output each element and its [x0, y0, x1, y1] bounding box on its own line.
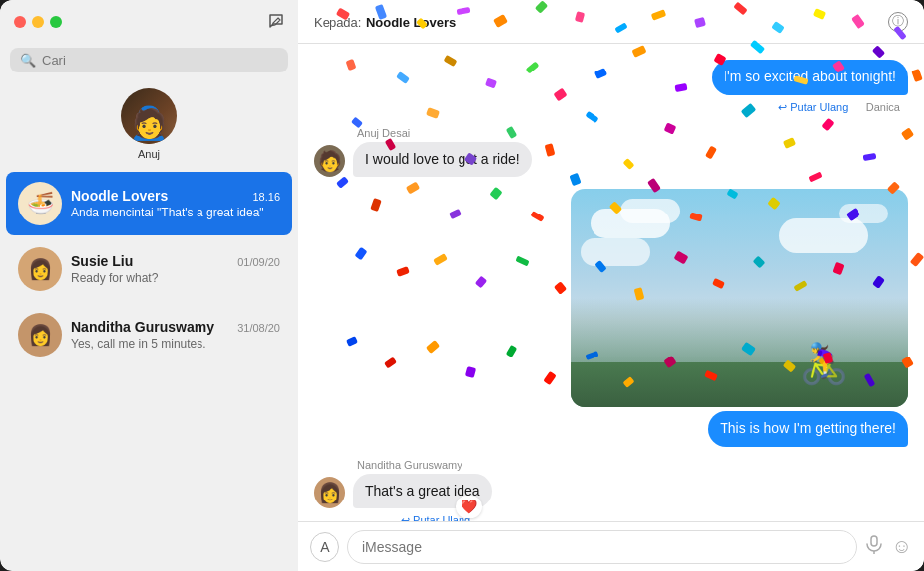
conv-time-nanditha: 31/08/20 — [237, 322, 280, 334]
sender-anuj-label: Anuj Desai — [357, 127, 908, 139]
conv-content-nanditha: Nanditha Guruswamy 31/08/20 Yes, call me… — [71, 319, 280, 351]
avatar-nanditha-msg: 👩 — [314, 477, 345, 508]
msg-group-photo: 🚴‍♀️ This is how I'm getting there! — [314, 189, 908, 447]
conv-name-susie: Susie Liu — [71, 253, 133, 269]
chat-messages: I'm so excited about tonight! ↩ Putar Ul… — [298, 44, 924, 521]
bubble-ride: I would love to get a ride! — [353, 142, 532, 178]
app-store-button[interactable]: A — [310, 532, 339, 562]
avatar-noodle-lovers: 🍜 — [18, 182, 62, 225]
conv-content-noodle: Noodle Lovers 18.16 Anda mencintai "That… — [71, 188, 280, 219]
avatar-anuj-msg: 🧑 — [314, 145, 345, 177]
chat-recipient: Kepada: Noodle Lovers — [314, 13, 456, 31]
input-bar: A ☺ — [298, 521, 924, 571]
maximize-button[interactable] — [50, 16, 62, 28]
svg-rect-0 — [871, 536, 877, 546]
msg-row-getting-there: This is how I'm getting there! — [314, 411, 908, 447]
traffic-lights — [14, 16, 62, 28]
msg-group-ride: Anuj Desai 🧑 I would love to get a ride! — [314, 127, 908, 178]
bubble-excited: I'm so excited about tonight! — [712, 60, 908, 95]
search-input[interactable] — [42, 53, 278, 68]
message-input[interactable] — [347, 530, 857, 564]
conv-time-susie: 01/09/20 — [237, 256, 280, 268]
conv-item-noodle-lovers[interactable]: 🍜 Noodle Lovers 18.16 Anda mencintai "Th… — [6, 172, 292, 235]
conv-time-noodle: 18.16 — [252, 191, 280, 203]
conv-name-noodle: Noodle Lovers — [71, 188, 168, 204]
msg-row-photo: 🚴‍♀️ — [314, 189, 908, 407]
msg-row-excited: I'm so excited about tonight! — [314, 60, 908, 95]
msg-row-ride: 🧑 I would love to get a ride! — [314, 142, 908, 178]
info-button[interactable]: ⓘ — [888, 12, 908, 32]
tapback-heart: ❤️ — [456, 496, 482, 519]
msg-group-great-idea: Nanditha Guruswamy 👩 That's a great idea… — [314, 459, 908, 521]
app-window: 🔍 🧑 Anuj 🍜 Noodle Lovers 18. — [0, 0, 924, 571]
sender-nanditha-label: Nanditha Guruswamy — [357, 459, 908, 471]
replay-excited[interactable]: ↩ Putar Ulang — [778, 101, 848, 113]
bubble-great-idea: That's a great idea ❤️ — [353, 474, 492, 509]
conv-preview-noodle: Anda mencintai "That's a great idea" — [71, 206, 280, 219]
close-button[interactable] — [14, 16, 26, 28]
avatar-nanditha-list: 👩 — [18, 313, 62, 357]
pinned-name: Anuj — [138, 148, 160, 160]
conv-preview-susie: Ready for what? — [71, 271, 280, 285]
conv-preview-nanditha: Yes, call me in 5 minutes. — [71, 337, 280, 351]
audio-button[interactable] — [864, 534, 884, 559]
recipient-label: Kepada: — [314, 15, 361, 30]
photo-bubble: 🚴‍♀️ — [571, 189, 908, 407]
sidebar: 🔍 🧑 Anuj 🍜 Noodle Lovers 18. — [0, 0, 298, 571]
msg-group-excited: I'm so excited about tonight! ↩ Putar Ul… — [314, 60, 908, 115]
conv-content-susie: Susie Liu 01/09/20 Ready for what? — [71, 253, 280, 285]
pinned-contact[interactable]: 🧑 Anuj — [0, 80, 298, 172]
minimize-button[interactable] — [32, 16, 44, 28]
chat-header: Kepada: Noodle Lovers ⓘ — [298, 0, 924, 44]
cyclist-icon: 🚴‍♀️ — [799, 341, 849, 387]
conversation-list: 🍜 Noodle Lovers 18.16 Anda mencintai "Th… — [0, 172, 298, 571]
conv-name-nanditha: Nanditha Guruswamy — [71, 319, 214, 335]
conv-item-nanditha[interactable]: 👩 Nanditha Guruswamy 31/08/20 Yes, call … — [6, 303, 292, 366]
bubble-getting-there: This is how I'm getting there! — [708, 411, 908, 447]
compose-button[interactable] — [268, 13, 284, 32]
sender-danica: Danica — [866, 101, 900, 113]
recipient-name: Noodle Lovers — [366, 15, 456, 30]
avatar-anuj: 🧑 — [121, 88, 177, 144]
titlebar — [0, 0, 298, 44]
avatar-susie: 👩 — [18, 247, 62, 291]
search-icon: 🔍 — [20, 53, 36, 68]
search-bar: 🔍 — [10, 48, 288, 72]
msg-row-great-idea: 👩 That's a great idea ❤️ — [314, 474, 908, 509]
chat-area: Kepada: Noodle Lovers ⓘ I'm so excited a… — [298, 0, 924, 571]
emoji-button[interactable]: ☺ — [892, 535, 912, 558]
conv-item-susie[interactable]: 👩 Susie Liu 01/09/20 Ready for what? — [6, 237, 292, 301]
